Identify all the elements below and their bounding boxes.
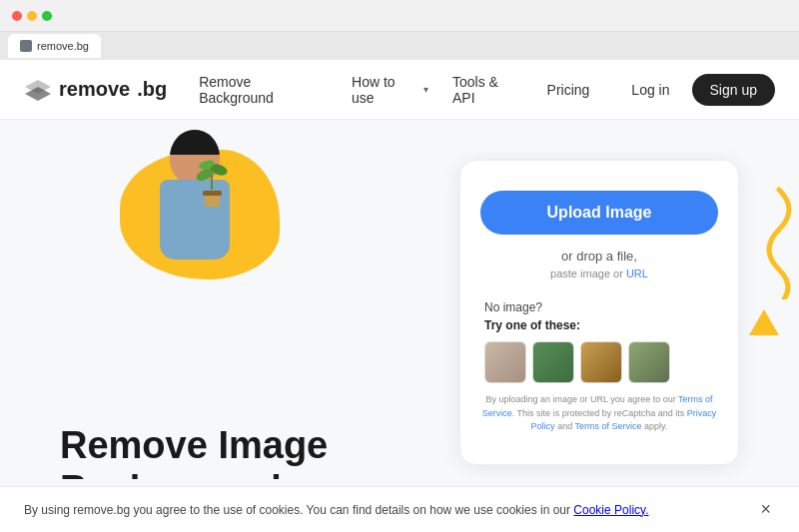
tab-favicon [20,40,32,52]
sample-section: No image? Try one of these: [480,297,718,383]
main-content: Remove Image Background 100% Automatical… [0,120,799,479]
upload-section: Upload Image or drop a file, paste image… [459,160,739,465]
logo[interactable]: remove.bg [24,78,167,101]
nav-item-how-to-use[interactable]: How to use ▾ [352,74,428,106]
person-hair [170,130,220,155]
no-image-label: No image? [484,300,542,314]
close-dot[interactable] [12,11,22,21]
chevron-down-icon: ▾ [423,84,428,95]
sample-images [484,341,714,383]
try-one-label: Try one of these: [484,318,580,332]
sample-image-4[interactable] [628,341,670,383]
browser-dots [12,11,52,21]
deco-triangle [749,309,779,335]
or-drop-text: or drop a file, [480,249,718,264]
cookie-text-content: By using remove.bg you agree to the use … [24,503,570,517]
browser-bar [0,0,799,32]
nav-item-remove-background-label: Remove Background [199,74,328,106]
signup-button[interactable]: Sign up [692,74,775,106]
logo-bg-text: .bg [137,78,167,101]
terms-of-service-link[interactable]: Terms of Service [482,394,713,418]
nav-links: Remove Background How to use ▾ Tools & A… [199,74,589,106]
deco-squiggle [719,180,799,299]
cookie-text: By using remove.bg you agree to the use … [24,503,649,517]
hero-title: Remove Image Background [60,424,419,479]
svg-marker-2 [749,309,779,335]
hero-title-line2: Background [60,468,282,479]
nav-item-how-to-use-label: How to use [352,74,420,106]
logo-icon [24,79,52,101]
nav-item-tools-api-label: Tools & API [452,74,523,106]
cookie-close-button[interactable]: × [756,499,775,520]
hero-left: Remove Image Background 100% Automatical… [60,160,419,479]
nav-item-pricing[interactable]: Pricing [547,82,590,98]
fine-print: By uploading an image or URL you agree t… [480,393,718,434]
hero-image [80,140,340,339]
person-body [135,130,255,309]
sample-image-2[interactable] [532,341,574,383]
upload-card: Upload Image or drop a file, paste image… [459,160,739,465]
login-button[interactable]: Log in [621,76,679,104]
nav-actions: Log in Sign up [621,74,775,106]
terms-link[interactable]: Terms of Service [574,421,641,431]
cookie-banner: By using remove.bg you agree to the use … [0,486,799,532]
minimize-dot[interactable] [27,11,37,21]
sample-image-3[interactable] [580,341,622,383]
plant-icon [195,155,230,210]
person-silhouette [135,130,255,309]
hero-text: Remove Image Background 100% Automatical… [60,424,419,479]
upload-image-button[interactable]: Upload Image [480,191,718,235]
nav-item-tools-api[interactable]: Tools & API [452,74,523,106]
browser-tab[interactable]: remove.bg [8,34,101,58]
svg-rect-4 [203,191,222,196]
cookie-policy-link[interactable]: Cookie Policy. [573,503,648,517]
maximize-dot[interactable] [42,11,52,21]
person-torso [160,180,230,260]
url-link[interactable]: URL [626,267,648,279]
hero-title-line1: Remove Image [60,424,328,466]
nav-item-remove-background[interactable]: Remove Background [199,74,328,106]
sample-image-1[interactable] [484,341,526,383]
paste-hint: paste image or URL [480,267,718,279]
cookie-policy-link-label: Cookie Policy. [573,503,648,517]
navbar: remove.bg Remove Background How to use ▾… [0,60,799,120]
tab-bar: remove.bg [0,32,799,60]
nav-item-pricing-label: Pricing [547,82,590,98]
tab-label: remove.bg [37,40,89,52]
logo-remove-text: remove [59,78,130,101]
